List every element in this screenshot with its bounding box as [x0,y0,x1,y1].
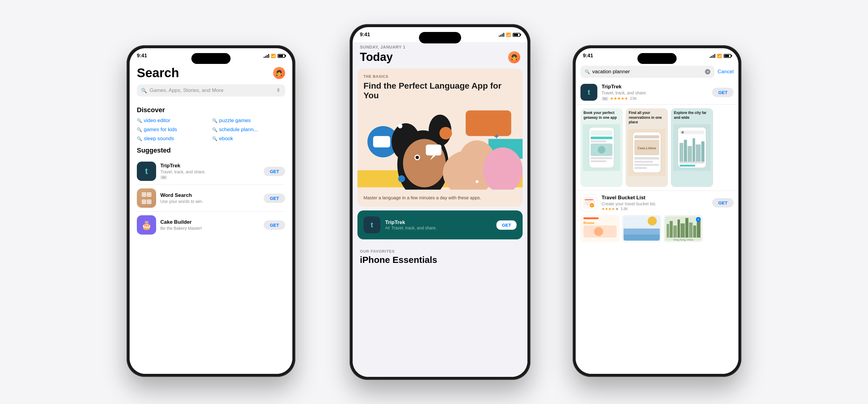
ss1-art [583,124,620,171]
today-title: Today [360,51,393,64]
triptrek-subtitle-right: Travel, track, and share. [601,90,708,95]
svg-rect-37 [634,167,647,169]
today-header: Sunday, January 1 Today 👧 [352,42,527,68]
cake-subtitle: Be the Bakery Master! [160,226,259,231]
phones-container: 9:41 📶 Search 👧 [102,21,766,383]
search-input-right[interactable]: 🔍 vacation planner ✕ [581,66,715,78]
svg-rect-53 [585,203,592,203]
discover-label-6: ebook [219,136,233,142]
cake-name: Cake Builder [160,219,259,225]
app-row-cake[interactable]: 🎂 Cake Builder Be the Bakery Master! GET [137,212,285,238]
svg-rect-51 [585,199,593,200]
feature-desc: Master a language in a few minutes a day… [364,194,517,201]
battery-icon-center [513,33,520,37]
svg-rect-74 [685,218,688,238]
cake-get-button[interactable]: GET [264,220,285,230]
cake-info: Cake Builder Be the Bakery Master! [160,219,259,231]
signal-icon-right [710,54,715,58]
svg-rect-52 [585,201,591,202]
discover-item-4[interactable]: 🔍 schedule plann... [212,127,285,133]
triptrek-get-button-right[interactable]: GET [712,88,734,97]
discover-item-6[interactable]: 🔍 ebook [212,136,285,142]
svg-rect-72 [678,219,680,238]
app-row-wordsearch[interactable]: ⊞⊞⊞⊞ Word Search Use your words to win. … [137,185,285,212]
svg-rect-46 [680,162,705,163]
svg-text:+: + [494,132,499,141]
promo-name: TripTrek [385,219,492,225]
second-result[interactable]: + Travel Bucket List Create your travel … [576,190,738,215]
search-input-icon: 🔍 [585,69,590,74]
discover-item-3[interactable]: 🔍 games for kids [137,127,210,133]
search-icon-discover-3: 🔍 [137,127,142,132]
discover-item-5[interactable]: 🔍 sleep sounds [137,136,210,142]
svg-rect-40 [680,143,683,162]
svg-rect-45 [701,142,704,162]
svg-rect-70 [670,221,673,238]
bucket-get-button[interactable]: GET [712,198,734,208]
svg-rect-77 [697,221,701,238]
search-icon-discover-2: 🔍 [212,118,217,123]
today-screen: Sunday, January 1 Today 👧 THE BASICS Fin… [352,42,527,377]
triptrek-name-right: TripTrek [601,84,708,90]
promo-card[interactable]: t TripTrek Ad Travel, track, and share. … [358,211,523,239]
our-favorites: OUR FAVORITES iPhone Essentials [352,243,527,268]
promo-get-button[interactable]: GET [496,220,517,230]
promo-ad-badge: Ad [385,226,390,230]
small-ss-3[interactable]: Hong Kong, China + [664,215,703,242]
time-center: 9:41 [360,32,370,38]
svg-point-14 [398,124,402,128]
avatar-left[interactable]: 👧 [273,67,285,79]
search-title-row: Search 👧 [137,66,285,80]
today-date: Sunday, January 1 [360,44,520,50]
screenshot-3[interactable]: Explore the city far and wide [671,108,713,187]
search-icon-discover-5: 🔍 [137,136,142,141]
screenshot-2[interactable]: Find all your reservations in one place … [626,108,668,187]
language-art-svg: + [358,105,523,190]
svg-point-9 [415,156,419,159]
avatar-center[interactable]: 👧 [508,51,520,63]
signal-icon-left [264,54,269,58]
svg-rect-65 [624,228,660,235]
ss2-art: Casa Lisboa [628,129,665,176]
today-title-row: Today 👧 [360,51,520,64]
screenshot-1[interactable]: Book your perfect getaway in one app [581,108,623,187]
discover-item-1[interactable]: 🔍 video editor [137,118,210,124]
svg-rect-69 [667,224,669,238]
search-screen: Search 👧 🔍 Games, Apps, Stories, and Mor… [130,63,292,374]
small-ss-1[interactable]: Browse [581,215,620,242]
discover-label-2: puzzle games [219,118,251,124]
svg-rect-3 [373,136,390,148]
phone-right: 9:41 📶 🔍 v [572,45,741,377]
discover-title: Discover [130,101,292,118]
svg-rect-1 [466,111,511,136]
wordsearch-get-button[interactable]: GET [264,193,285,203]
triptrek-info-right: TripTrek Travel, track, and share. Ad ★★… [601,84,708,101]
dynamic-island-center [419,32,461,43]
small-ss-2[interactable] [622,215,661,242]
triptrek-icon-left: t [137,162,156,181]
top-result[interactable]: t TripTrek Travel, track, and share. Ad … [576,82,738,104]
promo-subtitle: Travel, track, and share. [392,225,437,230]
app-row-triptrek[interactable]: t TripTrek Travel, track, and share. Ad … [137,158,285,185]
svg-rect-44 [695,145,701,162]
svg-rect-43 [692,138,695,162]
triptrek-info: TripTrek Travel, track, and share. Ad [160,163,259,180]
small-ss3-art: Hong Kong, China + [664,215,703,242]
status-icons-left: 📶 [264,54,285,58]
feature-card[interactable]: THE BASICS Find the Perfect Language App… [358,68,523,207]
svg-rect-23 [591,137,613,139]
battery-icon-left [278,54,285,58]
search-box[interactable]: 🔍 Games, Apps, Stories, and More 🎙 [137,85,285,96]
triptrek-get-button-left[interactable]: GET [264,167,285,176]
clear-button[interactable]: ✕ [705,69,710,74]
cancel-button[interactable]: Cancel [718,69,734,75]
svg-text:Hong Kong, China: Hong Kong, China [673,239,693,241]
svg-text:+: + [591,204,593,207]
svg-point-66 [648,216,657,225]
discover-label-5: sleep sounds [144,136,174,142]
discover-item-2[interactable]: 🔍 puzzle games [212,118,285,124]
bucket-list-name: Travel Bucket List [601,195,708,201]
svg-rect-54 [585,204,590,205]
bucket-list-svg: + [583,197,595,209]
svg-rect-26 [591,157,613,159]
